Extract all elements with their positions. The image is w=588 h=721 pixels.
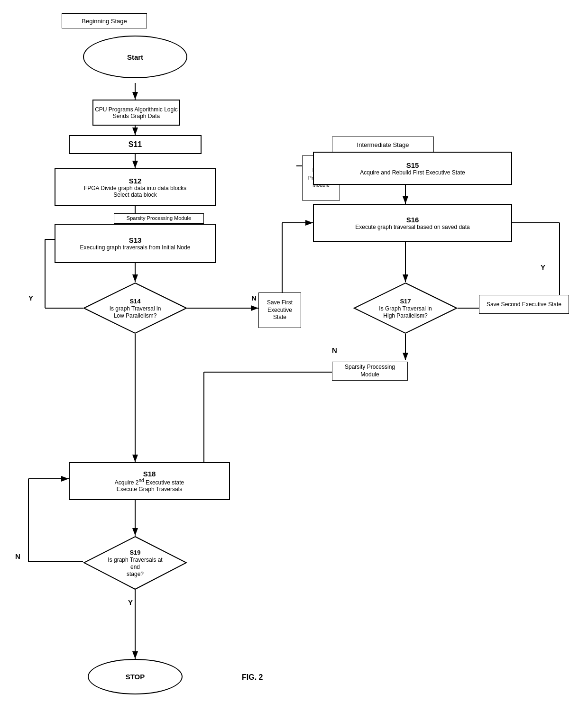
save-second-box: Save Second Executive State: [479, 295, 569, 314]
s19-n-label: N: [15, 552, 20, 560]
intermediate-stage-label: Intermediate Stage: [332, 137, 434, 153]
save-first-box: Save FirstExecutiveState: [258, 292, 301, 328]
start-node: Start: [83, 36, 187, 78]
s13-box: S13 Executing graph traversals from Init…: [55, 224, 216, 263]
s18-box: S18 Acquire 2nd Executive stateExecute G…: [69, 462, 230, 500]
sparsity-module-label-1: Sparsity Processing Module: [114, 213, 204, 224]
s15-box: S15 Acquire and Rebuild First Executive …: [313, 152, 512, 185]
sparsity-module-label-2: Sparsity ProcessingModule: [332, 362, 408, 381]
svg-marker-28: [354, 283, 457, 333]
figure-label: FIG. 2: [242, 673, 263, 682]
svg-marker-29: [84, 537, 186, 589]
flowchart-diagram: Beginning Stage Start CPU Programs Algor…: [0, 0, 588, 721]
beginning-stage-label: Beginning Stage: [62, 13, 147, 28]
s19-y-label: Y: [128, 598, 133, 606]
cpu-programs-box: CPU Programs Algorithmic LogicSends Grap…: [92, 100, 180, 126]
s17-n-label: N: [332, 346, 337, 354]
s14-y-label: Y: [28, 294, 33, 302]
s16-box: S16 Execute graph traversal based on sav…: [313, 204, 512, 242]
s14-diamond: S14 Is graph Traversal inLow Parallelism…: [83, 282, 187, 334]
s17-diamond: S17 Is Graph Traversal inHigh Parallelis…: [353, 282, 458, 334]
s14-n-label: N: [251, 294, 257, 302]
s12-box: S12 FPGA Divide graph data into data blo…: [55, 168, 216, 206]
s19-diamond: S19 Is graph Traversals at endstage?: [83, 536, 187, 590]
stop-node: STOP: [88, 659, 183, 694]
arrows-svg: [0, 0, 588, 721]
svg-marker-27: [84, 283, 186, 333]
s11-box: S11: [69, 135, 202, 154]
s17-y-label: Y: [541, 263, 545, 271]
